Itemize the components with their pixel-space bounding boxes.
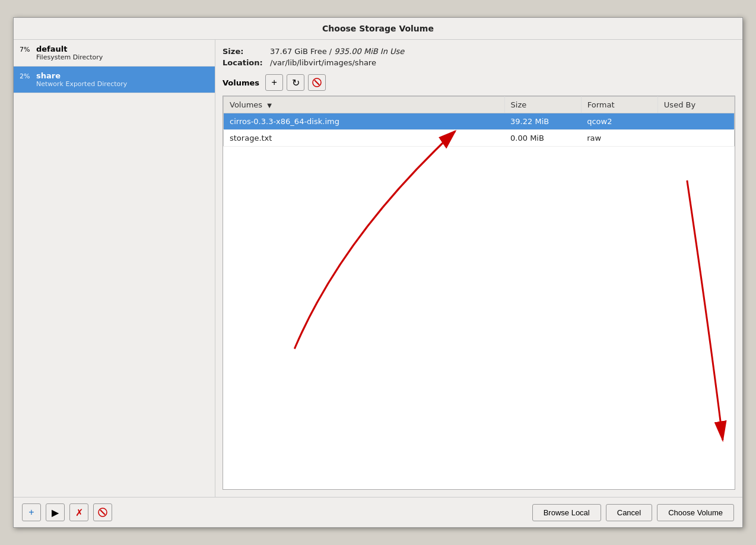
bottom-bar-left: + ▶ ✗: [22, 503, 528, 521]
cancel-button[interactable]: Cancel: [606, 504, 652, 521]
left-panel: 7% default Filesystem Directory 2% share…: [14, 40, 215, 497]
bottom-bar: + ▶ ✗ Browse Local Cancel Choose Volume: [14, 497, 742, 527]
pool-info: share Network Exported Directory: [36, 71, 127, 88]
volumes-table: Volumes ▼ Size Format Used By cirros-0.3…: [223, 96, 735, 147]
choose-volume-button[interactable]: Choose Volume: [657, 504, 734, 521]
pool-type: Filesystem Directory: [36, 53, 103, 61]
pool-name: default: [36, 45, 103, 53]
refresh-button[interactable]: ↻: [287, 74, 304, 91]
col-size[interactable]: Size: [504, 97, 581, 113]
annotation-arrows: [223, 96, 735, 489]
stop-pool-button[interactable]: [93, 503, 112, 521]
volumes-toolbar: Volumes + ↻: [223, 74, 735, 91]
svg-line-5: [100, 510, 105, 515]
cell-used-by: [657, 130, 734, 147]
pool-name: share: [36, 71, 127, 80]
cell-format: qcow2: [581, 113, 657, 130]
volumes-table-container: Volumes ▼ Size Format Used By cirros-0.3…: [223, 96, 735, 490]
pool-type: Network Exported Directory: [36, 80, 127, 88]
pool-info: default Filesystem Directory: [36, 45, 103, 61]
browse-local-button[interactable]: Browse Local: [532, 504, 601, 521]
dialog-title: Choose Storage Volume: [14, 18, 742, 40]
cell-size: 39.22 MiB: [504, 113, 581, 130]
cell-name: storage.txt: [224, 130, 505, 147]
location-row: Location: /var/lib/libvirt/images/share: [223, 58, 735, 67]
table-row[interactable]: storage.txt 0.00 MiB raw: [224, 130, 735, 147]
svg-line-1: [315, 80, 319, 85]
delete-button[interactable]: ✗: [69, 503, 88, 521]
location-value: /var/lib/libvirt/images/share: [270, 58, 376, 67]
add-pool-button[interactable]: +: [22, 503, 41, 521]
cell-format: raw: [581, 130, 657, 147]
sort-arrow: ▼: [267, 102, 272, 109]
col-format[interactable]: Format: [581, 97, 657, 113]
pool-percent: 2%: [20, 71, 36, 80]
col-used-by[interactable]: Used By: [657, 97, 734, 113]
pool-percent: 7%: [20, 45, 36, 53]
table-row[interactable]: cirros-0.3.3-x86_64-disk.img 39.22 MiB q…: [224, 113, 735, 130]
size-value: 37.67 GiB Free / 935.00 MiB In Use: [270, 47, 404, 56]
volumes-toolbar-label: Volumes: [223, 78, 259, 87]
right-panel: Size: 37.67 GiB Free / 935.00 MiB In Use…: [215, 40, 742, 497]
location-label: Location:: [223, 58, 270, 67]
size-row: Size: 37.67 GiB Free / 935.00 MiB In Use: [223, 47, 735, 56]
dialog-body: 7% default Filesystem Directory 2% share…: [14, 40, 742, 497]
pool-item-share[interactable]: 2% share Network Exported Directory: [14, 66, 215, 93]
stop-button[interactable]: [308, 74, 326, 91]
size-label: Size:: [223, 47, 270, 56]
cell-size: 0.00 MiB: [504, 130, 581, 147]
play-button[interactable]: ▶: [46, 503, 65, 521]
cell-used-by: [657, 113, 734, 130]
cell-name: cirros-0.3.3-x86_64-disk.img: [224, 113, 505, 130]
dialog: Choose Storage Volume 7% default Filesys…: [13, 17, 743, 528]
col-volumes[interactable]: Volumes ▼: [224, 97, 505, 113]
add-volume-button[interactable]: +: [265, 74, 283, 91]
table-header-row: Volumes ▼ Size Format Used By: [224, 97, 735, 113]
pool-item-default[interactable]: 7% default Filesystem Directory: [14, 40, 215, 66]
